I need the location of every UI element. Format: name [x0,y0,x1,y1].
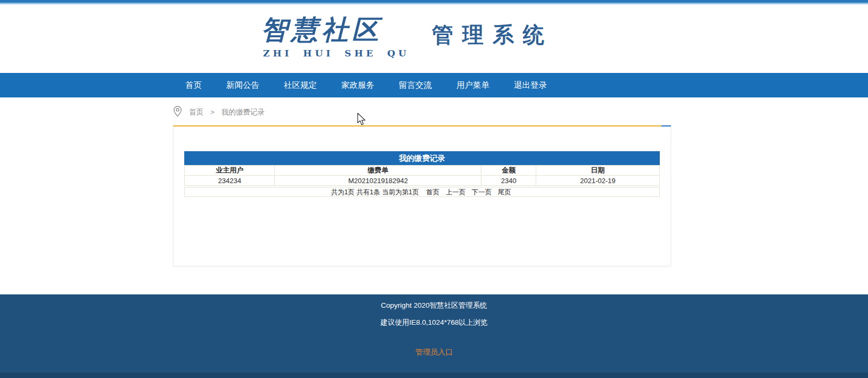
nav-item-news[interactable]: 新闻公告 [214,73,272,97]
main-navbar: 首页 新闻公告 社区规定 家政服务 留言交流 用户菜单 退出登录 [0,73,868,97]
col-header-bill: 缴费单 [275,166,481,176]
col-header-date: 日期 [536,166,660,176]
content-panel: 我的缴费记录 业主用户 缴费单 金额 日期 234234 M2021021918… [173,127,671,266]
logo-pinyin-text: ZHI HUI SHE QU [263,48,410,59]
accent-line-blue-cap [661,125,671,127]
nav-item-user-menu[interactable]: 用户菜单 [444,73,502,97]
payment-records-table: 业主用户 缴费单 金额 日期 234234 M20210219182942 23… [184,165,660,186]
navbar-inner: 首页 新闻公告 社区规定 家政服务 留言交流 用户菜单 退出登录 [173,73,868,97]
logo-main-text: 智慧社区 [261,15,410,45]
footer-bottom-strip [0,373,868,378]
table-header-row: 业主用户 缴费单 金额 日期 [185,166,660,176]
logo-left-block: 智慧社区 ZHI HUI SHE QU [261,15,410,59]
footer-copyright: Copyright 2020智慧社区管理系统 [0,294,868,310]
breadcrumb-separator: > [210,108,215,116]
cell-amount: 2340 [481,176,536,186]
top-accent-bar [0,0,868,4]
nav-item-home[interactable]: 首页 [173,73,214,97]
nav-item-messages[interactable]: 留言交流 [387,73,444,97]
breadcrumb-home-link[interactable]: 首页 [189,108,203,117]
footer-browser-note: 建议使用IE8.0,1024*768以上浏览 [0,318,868,327]
logo-suffix-text: 管理系统 [432,20,553,50]
pagination-next-link[interactable]: 下一页 [472,188,492,196]
cell-owner: 234234 [185,176,275,186]
nav-item-housekeeping[interactable]: 家政服务 [329,73,387,97]
col-header-amount: 金额 [481,166,536,176]
nav-item-rules[interactable]: 社区规定 [272,73,329,97]
pagination-prev-link[interactable]: 上一页 [446,188,466,196]
breadcrumb-current-page: 我的缴费记录 [222,108,265,117]
col-header-owner: 业主用户 [185,166,275,176]
records-table-title: 我的缴费记录 [184,151,660,165]
pagination-summary: 共为1页 共有1条 当前为第1页 [331,188,419,196]
table-row: 234234 M20210219182942 2340 2021-02-19 [185,176,660,186]
pagination-first-link[interactable]: 首页 [426,188,439,196]
breadcrumb-section: 首页 > 我的缴费记录 [0,97,868,125]
location-pin-icon [173,105,182,119]
cell-date: 2021-02-19 [536,176,660,186]
site-logo: 智慧社区 ZHI HUI SHE QU 管理系统 [261,15,553,59]
pagination-last-link[interactable]: 尾页 [498,188,511,196]
nav-item-logout[interactable]: 退出登录 [502,73,559,97]
admin-entrance-link[interactable]: 管理员入口 [415,348,453,357]
cell-bill: M20210219182942 [275,176,481,186]
site-header: 智慧社区 ZHI HUI SHE QU 管理系统 [0,4,868,73]
breadcrumb: 首页 > 我的缴费记录 [173,97,868,119]
site-footer: Copyright 2020智慧社区管理系统 建议使用IE8.0,1024*76… [0,294,868,378]
pagination-bar: 共为1页 共有1条 当前为第1页 首页 上一页 下一页 尾页 [184,187,660,197]
panel-top-accent-line [173,125,671,127]
